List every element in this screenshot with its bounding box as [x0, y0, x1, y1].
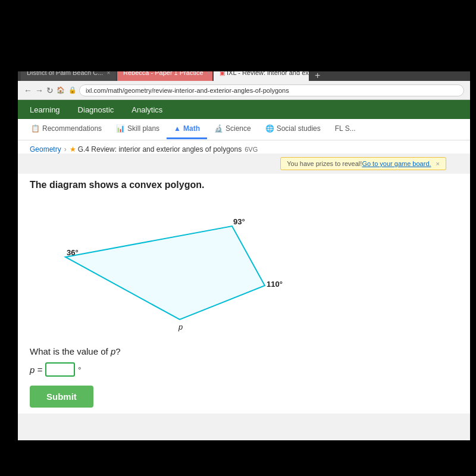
angle-bottom-label: p: [178, 322, 183, 331]
black-bar-top: [0, 0, 476, 71]
polygon-svg: 36° 93° 110° p: [30, 198, 292, 334]
question-text: What is the value of p?: [30, 346, 458, 356]
lock-icon: 🔒: [68, 86, 77, 94]
answer-input[interactable]: [45, 362, 75, 377]
subject-tabs: 📋 Recommendations 📊 Skill plans ▲ Math 🔬…: [18, 119, 470, 140]
prize-close-button[interactable]: ×: [436, 160, 440, 167]
nav-diagnostic[interactable]: Diagnostic: [78, 102, 114, 117]
tab-math-label: Math: [183, 124, 200, 133]
nav-analytics[interactable]: Analytics: [131, 102, 162, 117]
breadcrumb-separator: ›: [64, 145, 67, 154]
angle-right-label: 110°: [267, 280, 283, 289]
prize-notification: You have prizes to reveal! Go to your ga…: [280, 157, 446, 170]
tab-add-button[interactable]: +: [310, 70, 325, 81]
black-bar-bottom: [0, 440, 476, 476]
nav-learning[interactable]: Learning: [30, 102, 60, 117]
tab-recommendations[interactable]: 📋 Recommendations: [24, 120, 109, 139]
problem-area: The diagram shows a convex polygon. 36° …: [18, 174, 470, 414]
home-button[interactable]: 🏠: [57, 86, 65, 94]
answer-row: p = °: [30, 362, 458, 377]
tab-skill-plans[interactable]: 📊 Skill plans: [109, 120, 167, 139]
breadcrumb-code: 6VG: [245, 146, 258, 153]
variable-p: p: [111, 346, 115, 356]
address-bar: ← → ↻ 🏠 🔒 ixl.com/math/geometry/review-i…: [18, 81, 470, 100]
prize-link[interactable]: Go to your game board.: [362, 160, 431, 167]
tab-social-studies-label: Social studies: [277, 124, 321, 133]
tab-recommendations-label: Recommendations: [42, 124, 102, 133]
browser-window: District of Palm Beach C... × Rebecca - …: [18, 60, 470, 446]
submit-button[interactable]: Submit: [30, 386, 93, 408]
angle-top-left-label: 36°: [67, 248, 79, 257]
tab-fl[interactable]: FL S...: [328, 120, 363, 139]
tab-skill-plans-label: Skill plans: [127, 124, 159, 133]
prize-notification-container: You have prizes to reveal! Go to your ga…: [18, 154, 470, 174]
refresh-button[interactable]: ↻: [46, 86, 54, 95]
breadcrumb-parent[interactable]: Geometry: [30, 145, 61, 154]
address-input[interactable]: ixl.com/math/geometry/review-interior-an…: [79, 84, 464, 96]
polygon-shape: [65, 226, 265, 320]
prize-text: You have prizes to reveal!: [287, 160, 362, 167]
tab-social-studies[interactable]: 🌐 Social studies: [258, 120, 328, 139]
polygon-diagram: 36° 93° 110° p: [30, 198, 292, 334]
breadcrumb: Geometry › ★ G.4 Review: interior and ex…: [18, 140, 470, 154]
angle-top-right-label: 93°: [233, 217, 245, 226]
breadcrumb-star-icon: ★: [70, 145, 76, 154]
tab-fl-label: FL S...: [335, 124, 356, 133]
forward-button[interactable]: →: [35, 86, 43, 95]
social-studies-icon: 🌐: [265, 124, 274, 133]
tab-math[interactable]: ▲ Math: [167, 120, 207, 139]
science-icon: 🔬: [214, 124, 223, 133]
ixl-navigation: Learning Diagnostic Analytics: [18, 100, 470, 119]
problem-description: The diagram shows a convex polygon.: [30, 180, 458, 190]
skill-plans-icon: 📊: [116, 124, 125, 133]
answer-label: p =: [30, 365, 42, 375]
back-button[interactable]: ←: [24, 86, 32, 95]
tab-science[interactable]: 🔬 Science: [207, 120, 258, 139]
math-icon: ▲: [174, 124, 181, 133]
breadcrumb-current: G.4 Review: interior and exterior angles…: [78, 145, 242, 154]
degree-symbol: °: [78, 365, 81, 374]
recommendations-icon: 📋: [31, 124, 40, 133]
tab-science-label: Science: [226, 124, 251, 133]
